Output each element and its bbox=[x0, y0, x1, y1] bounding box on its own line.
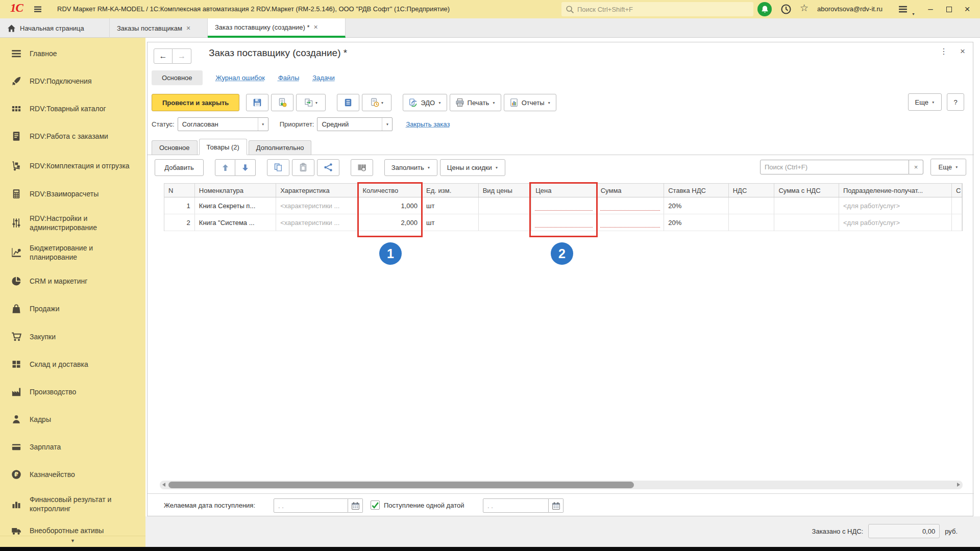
forward-button[interactable]: → bbox=[173, 48, 191, 64]
fill-button[interactable]: Заполнить▼ bbox=[384, 159, 437, 176]
cell-vat[interactable] bbox=[729, 214, 775, 231]
single-date-input[interactable] bbox=[483, 498, 549, 513]
paste-row-button[interactable] bbox=[292, 159, 314, 176]
post-document-button[interactable] bbox=[271, 94, 293, 111]
column-header-sum-with-vat[interactable]: Сумма с НДС bbox=[774, 184, 839, 197]
main-menu-icon[interactable] bbox=[33, 5, 43, 13]
single-date-checkbox[interactable] bbox=[371, 500, 380, 510]
favorites-star-icon[interactable]: ☆ bbox=[800, 2, 808, 14]
reports-button[interactable]: Отчеты▼ bbox=[504, 94, 556, 111]
column-header-vat[interactable]: НДС bbox=[729, 184, 775, 197]
cell-next[interactable] bbox=[952, 197, 962, 214]
sidebar-item-payroll[interactable]: Зарплата bbox=[0, 436, 145, 458]
nav-link-main[interactable]: Основное bbox=[152, 70, 203, 85]
column-header-quantity[interactable]: Количество bbox=[359, 184, 423, 197]
notifications-button[interactable] bbox=[757, 2, 772, 16]
window-close-button[interactable]: × bbox=[960, 0, 975, 18]
sidebar-item-rdv-orders[interactable]: RDV:Работа с заказами bbox=[0, 125, 145, 147]
sidebar-item-purchases[interactable]: Закупки bbox=[0, 325, 145, 348]
close-order-link[interactable]: Закрыть заказ bbox=[406, 120, 450, 128]
tab-close-icon[interactable]: × bbox=[186, 24, 190, 32]
move-row-up-button[interactable] bbox=[215, 159, 235, 176]
user-account[interactable]: aborovtsova@rdv-it.ru bbox=[817, 5, 883, 13]
status-select[interactable]: Согласован ▼ bbox=[178, 117, 268, 131]
column-header-sum[interactable]: Сумма bbox=[597, 184, 664, 197]
column-header-next[interactable]: С bbox=[952, 184, 962, 197]
column-header-price[interactable]: Цена bbox=[531, 184, 597, 197]
desired-date-input[interactable] bbox=[274, 498, 348, 513]
structure-button[interactable] bbox=[337, 94, 359, 111]
sidebar-item-rdv-settings-admin[interactable]: RDV:Настройки и администрирование bbox=[0, 212, 145, 234]
sidebar-item-sales[interactable]: Продажи bbox=[0, 297, 145, 320]
column-header-unit[interactable]: Ед. изм. bbox=[422, 184, 479, 197]
cell-quantity[interactable]: 1,000 bbox=[359, 197, 423, 214]
scroll-right-arrow[interactable] bbox=[957, 483, 960, 487]
cell-next[interactable] bbox=[952, 214, 962, 231]
barcode-scan-button[interactable] bbox=[351, 159, 373, 176]
table-search-input[interactable] bbox=[760, 160, 909, 174]
scroll-left-arrow[interactable] bbox=[162, 483, 165, 487]
tab-home[interactable]: Начальная страница bbox=[0, 18, 110, 38]
copy-row-button[interactable] bbox=[267, 159, 289, 176]
create-based-on-button[interactable]: ▼ bbox=[296, 94, 326, 111]
history-button[interactable] bbox=[780, 4, 792, 15]
form-more-button[interactable]: Еще▼ bbox=[908, 93, 942, 111]
column-header-department[interactable]: Подразделение-получат... bbox=[839, 184, 952, 197]
sidebar-item-rdv-picking-shipping[interactable]: RDV:Комплектация и отгрузка bbox=[0, 155, 145, 177]
column-header-nomenclature[interactable]: Номенклатура bbox=[195, 184, 276, 197]
cell-quantity[interactable]: 2,000 bbox=[359, 214, 423, 231]
help-button[interactable]: ? bbox=[947, 93, 964, 111]
form-kebab-menu[interactable]: ⋮ bbox=[940, 46, 948, 56]
sidebar-item-warehouse-delivery[interactable]: Склад и доставка bbox=[0, 353, 145, 375]
cell-price-type[interactable] bbox=[479, 214, 532, 231]
prices-discounts-button[interactable]: Цены и скидки▼ bbox=[440, 159, 505, 176]
cell-nomenclature[interactable]: Книга Секреты п... bbox=[195, 197, 276, 214]
cell-sum[interactable] bbox=[597, 214, 664, 231]
cell-vat-rate[interactable]: 20% bbox=[664, 214, 729, 231]
subtab-main[interactable]: Основное bbox=[152, 140, 198, 155]
scrollbar-thumb[interactable] bbox=[168, 482, 634, 488]
global-search[interactable] bbox=[561, 2, 753, 16]
sidebar-item-rdv-connections[interactable]: RDV:Подключения bbox=[0, 70, 145, 92]
table-row[interactable]: 1 Книга Секреты п... <характеристики ...… bbox=[164, 197, 962, 214]
column-header-n[interactable]: N bbox=[164, 184, 195, 197]
subtab-additional[interactable]: Дополнительно bbox=[249, 140, 312, 155]
form-close-button[interactable]: × bbox=[960, 46, 965, 57]
table-row[interactable]: 2 Книга "Система ... <характеристики ...… bbox=[164, 214, 962, 231]
tab-close-icon[interactable]: × bbox=[314, 23, 318, 31]
sidebar-item-treasury[interactable]: Казначейство bbox=[0, 463, 145, 486]
nav-link-error-log[interactable]: Журнал ошибок bbox=[216, 74, 265, 82]
cell-vat-rate[interactable]: 20% bbox=[664, 197, 729, 214]
column-header-characteristic[interactable]: Характеристика bbox=[276, 184, 358, 197]
cell-n[interactable]: 2 bbox=[164, 214, 195, 231]
subtab-goods[interactable]: Товары (2) bbox=[199, 139, 247, 155]
cell-department[interactable]: <для работ/услуг> bbox=[839, 214, 952, 231]
priority-select[interactable]: Средний ▼ bbox=[317, 117, 393, 131]
cell-department[interactable]: <для работ/услуг> bbox=[839, 197, 952, 214]
sidebar-item-rdv-settlements[interactable]: RDV:Взаиморасчеты bbox=[0, 183, 145, 205]
save-button[interactable] bbox=[246, 94, 268, 111]
share-button[interactable] bbox=[317, 159, 339, 176]
add-row-button[interactable]: Добавить bbox=[155, 159, 204, 176]
print-button[interactable]: Печать▼ bbox=[450, 94, 501, 111]
cell-characteristic[interactable]: <характеристики ... bbox=[276, 197, 358, 214]
nav-link-files[interactable]: Файлы bbox=[278, 74, 299, 82]
move-row-down-button[interactable] bbox=[235, 159, 256, 176]
sidebar-collapse-button[interactable]: ▼ bbox=[0, 536, 145, 547]
cell-sum[interactable] bbox=[597, 197, 664, 214]
document-history-button[interactable]: ▼ bbox=[362, 94, 391, 111]
table-horizontal-scrollbar[interactable] bbox=[160, 481, 963, 489]
single-date-calendar-button[interactable] bbox=[549, 498, 564, 513]
sidebar-item-production[interactable]: Производство bbox=[0, 381, 145, 403]
cell-price[interactable] bbox=[531, 214, 597, 231]
sidebar-item-hr[interactable]: Кадры bbox=[0, 408, 145, 431]
sidebar-item-main[interactable]: Главное bbox=[0, 42, 145, 65]
maximize-button[interactable] bbox=[941, 0, 957, 18]
sidebar-item-financial-result[interactable]: Финансовый результат и контроллинг bbox=[0, 493, 145, 515]
clear-search-button[interactable]: × bbox=[909, 160, 923, 174]
cell-vat[interactable] bbox=[729, 197, 775, 214]
cell-sum-with-vat[interactable] bbox=[774, 214, 839, 231]
cell-unit[interactable]: шт bbox=[422, 197, 479, 214]
minimize-button[interactable]: – bbox=[923, 0, 938, 18]
table-more-button[interactable]: Еще▼ bbox=[930, 159, 966, 176]
